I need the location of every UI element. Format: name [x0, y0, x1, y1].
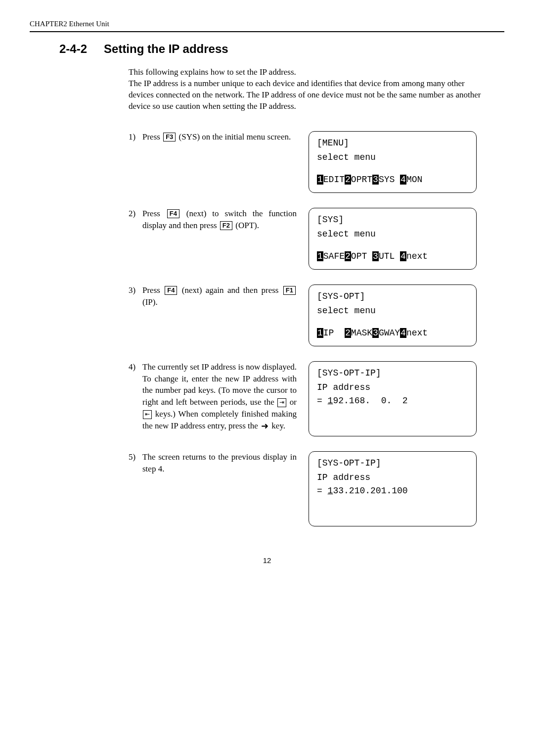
intro-p1: This following explains how to set the I…	[129, 67, 485, 78]
sk-menu-2: 2	[345, 175, 351, 185]
screen-sysopt: [SYS-OPT] select menu 1IP 2MASK3GWAY4nex…	[309, 284, 477, 346]
screen-ip1-value: = 192.168. 0. 2	[317, 394, 468, 408]
ip2-eq: =	[317, 486, 328, 496]
intro-block: This following explains how to set the I…	[129, 67, 485, 112]
step-2-text: 2) Press F4 (next) to switch the functio…	[129, 208, 297, 232]
step-5-text: 5) The screen returns to the previous di…	[129, 451, 297, 475]
step-3-body: Press F4 (next) again and then press F1 …	[142, 284, 297, 308]
step-3-row: 3) Press F4 (next) again and then press …	[129, 284, 504, 346]
sk-sys-4: 4	[400, 251, 406, 261]
intro-p2: The IP address is a number unique to eac…	[129, 78, 485, 112]
sk-sys-2: 2	[345, 251, 351, 261]
f1-key: F1	[283, 286, 296, 295]
page-number: 12	[30, 556, 504, 565]
section-title: 2-4-2Setting the IP address	[59, 42, 504, 56]
screen-sys: [SYS] select menu 1SAFE2OPT 3UTL 4next	[309, 208, 477, 270]
step-3-mid: (next) again and then press	[178, 285, 282, 295]
f2-key: F2	[220, 221, 232, 230]
step-1-pre: Press	[142, 132, 162, 142]
step-2-pre: Press	[142, 209, 166, 218]
step-4-t1: The currently set IP address is now disp…	[142, 362, 297, 407]
step-1-num: 1)	[129, 131, 142, 143]
ip1-cursor-char: 1	[328, 396, 333, 406]
header-rule	[30, 31, 504, 32]
step-5-num: 5)	[129, 451, 142, 475]
f3-key: F3	[163, 133, 176, 142]
screen-sys-softkeys: 1SAFE2OPT 3UTL 4next	[317, 250, 468, 263]
sk-menu-l4: MON	[406, 175, 422, 185]
step-2-row: 2) Press F4 (next) to switch the functio…	[129, 208, 504, 270]
ip2-cursor-char: 1	[328, 486, 333, 496]
sk-so-4: 4	[400, 328, 406, 338]
sk-so-l1: IP	[323, 328, 345, 338]
cursor-right-key-icon: ⇥	[277, 398, 286, 407]
step-1-body: Press F3 (SYS) on the initial menu scree…	[142, 131, 297, 143]
screen-ip1-blank	[317, 417, 468, 430]
screen-ip1-title: [SYS-OPT-IP]	[317, 367, 468, 380]
screen-ip2-title: [SYS-OPT-IP]	[317, 457, 468, 470]
enter-arrow-icon: ➜	[261, 420, 268, 432]
step-4-num: 4)	[129, 361, 142, 432]
step-3-text: 3) Press F4 (next) again and then press …	[129, 284, 297, 308]
sk-menu-3: 3	[372, 175, 379, 185]
screen-sysopt-line1: select menu	[317, 304, 468, 318]
screen-sys-title: [SYS]	[317, 213, 468, 227]
step-1-row: 1) Press F3 (SYS) on the initial menu sc…	[129, 131, 504, 193]
step-4-row: 4) The currently set IP address is now d…	[129, 361, 504, 436]
step-2-post: (OPT).	[233, 221, 259, 230]
step-3-post: (IP).	[142, 297, 158, 307]
cursor-left-key-icon: ⇤	[143, 410, 152, 419]
step-1-post: (SYS) on the initial menu screen.	[177, 132, 291, 142]
sk-so-l3: GWAY	[379, 328, 400, 338]
f4-key-b: F4	[165, 286, 177, 295]
step-4-text: 4) The currently set IP address is now d…	[129, 361, 297, 432]
screen-ip2-line1: IP address	[317, 471, 468, 484]
section-title-text: Setting the IP address	[104, 42, 228, 55]
screen-sys-line1: select menu	[317, 228, 468, 241]
ip1-rest: 92.168. 0. 2	[333, 396, 407, 406]
screen-menu-title: [MENU]	[317, 137, 468, 150]
sk-sys-l2: OPT	[351, 251, 372, 261]
sk-sys-l1: SAFE	[323, 251, 345, 261]
ip1-eq: =	[317, 396, 328, 406]
screen-menu-line1: select menu	[317, 151, 468, 164]
screen-ip2-blank	[317, 507, 468, 520]
sk-so-l2: MASK	[351, 328, 372, 338]
screen-ip1-line1: IP address	[317, 381, 468, 394]
screen-ip2: [SYS-OPT-IP] IP address = 133.210.201.10…	[309, 451, 477, 526]
sk-so-3: 3	[372, 328, 379, 338]
step-1-text: 1) Press F3 (SYS) on the initial menu sc…	[129, 131, 297, 143]
sk-menu-l3: SYS	[379, 175, 400, 185]
step-2-num: 2)	[129, 208, 142, 232]
step-4-or: or	[287, 397, 297, 407]
sk-menu-l2: OPRT	[351, 175, 372, 185]
step-4-body: The currently set IP address is now disp…	[142, 361, 297, 432]
screen-sysopt-softkeys: 1IP 2MASK3GWAY4next	[317, 327, 468, 340]
screen-ip1: [SYS-OPT-IP] IP address = 192.168. 0. 2	[309, 361, 477, 436]
sk-menu-l1: EDIT	[323, 175, 345, 185]
step-3-pre: Press	[142, 285, 164, 295]
step-4-t3: key.	[269, 421, 285, 430]
running-header: CHAPTER2 Ethernet Unit	[30, 20, 504, 28]
screen-sysopt-title: [SYS-OPT]	[317, 290, 468, 303]
ip2-rest: 33.210.201.100	[333, 486, 407, 496]
sk-menu-1: 1	[317, 175, 323, 185]
section-number: 2-4-2	[59, 42, 87, 56]
sk-so-1: 1	[317, 328, 323, 338]
screen-ip2-value: = 133.210.201.100	[317, 484, 468, 498]
sk-sys-3: 3	[372, 251, 379, 261]
sk-sys-l4: next	[406, 251, 428, 261]
sk-sys-l3: UTL	[379, 251, 400, 261]
sk-so-l4: next	[406, 328, 428, 338]
step-2-body: Press F4 (next) to switch the function d…	[142, 208, 297, 232]
step-5-body: The screen returns to the previous displ…	[142, 451, 297, 475]
step-3-num: 3)	[129, 284, 142, 308]
sk-sys-1: 1	[317, 251, 323, 261]
step-5-row: 5) The screen returns to the previous di…	[129, 451, 504, 526]
sk-so-2: 2	[345, 328, 351, 338]
f4-key-a: F4	[167, 209, 179, 218]
steps-area: 1) Press F3 (SYS) on the initial menu sc…	[129, 131, 504, 526]
screen-menu-softkeys: 1EDIT2OPRT3SYS 4MON	[317, 173, 468, 187]
screen-menu: [MENU] select menu 1EDIT2OPRT3SYS 4MON	[309, 131, 477, 193]
sk-menu-4: 4	[400, 175, 406, 185]
